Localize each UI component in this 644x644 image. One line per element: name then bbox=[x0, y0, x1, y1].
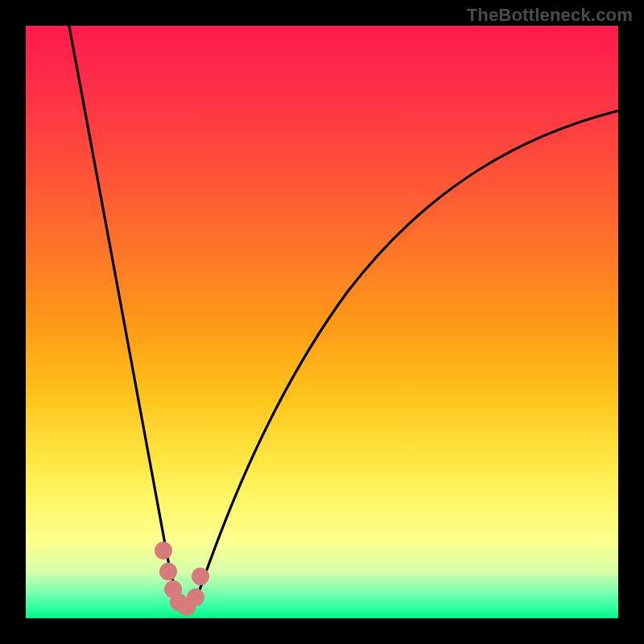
marker-dot bbox=[155, 542, 172, 559]
bottleneck-curve bbox=[26, 26, 618, 618]
marker-dot bbox=[187, 588, 204, 606]
curve-right-branch bbox=[193, 106, 638, 609]
curve-left-branch bbox=[68, 18, 184, 609]
marker-cluster bbox=[155, 542, 209, 616]
watermark-text: TheBottleneck.com bbox=[467, 5, 633, 26]
chart-plot-area bbox=[26, 26, 618, 618]
marker-dot bbox=[159, 563, 177, 580]
marker-dot bbox=[192, 568, 209, 585]
